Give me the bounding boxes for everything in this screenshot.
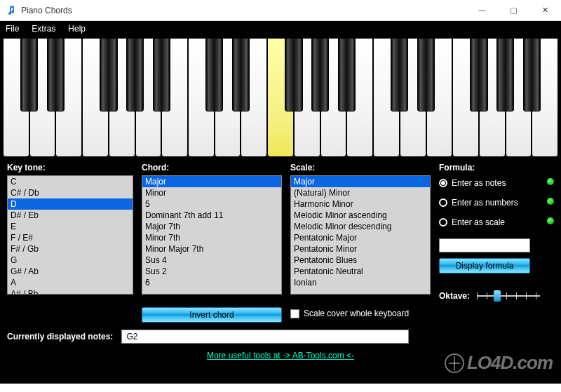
checkbox-icon bbox=[290, 309, 299, 318]
list-item[interactable]: E bbox=[8, 221, 133, 232]
formula-radio-notes[interactable]: Enter as notes bbox=[439, 178, 554, 188]
formula-label: Formula: bbox=[439, 163, 554, 173]
displayed-notes-row: Currently displayed notes: bbox=[0, 323, 561, 344]
list-item[interactable]: Harmonic Minor bbox=[291, 198, 430, 210]
radio-label-numbers: Enter as numbers bbox=[452, 198, 518, 208]
oktave-row: Oktave: bbox=[439, 289, 554, 303]
black-key[interactable] bbox=[285, 38, 302, 111]
formula-column: Formula: Enter as notes Enter as numbers… bbox=[439, 163, 554, 303]
list-item[interactable]: G bbox=[8, 255, 133, 266]
oktave-label: Oktave: bbox=[439, 291, 470, 301]
list-item[interactable]: F# / Gb bbox=[8, 243, 133, 255]
maximize-button[interactable]: ▢ bbox=[498, 0, 529, 21]
radio-dot-icon bbox=[439, 198, 447, 207]
status-led-icon bbox=[547, 198, 554, 205]
list-item[interactable]: 5 bbox=[142, 198, 281, 210]
list-item[interactable]: Melodic Minor descending bbox=[291, 221, 430, 232]
black-key[interactable] bbox=[417, 38, 435, 111]
menu-extras[interactable]: Extras bbox=[32, 24, 55, 34]
list-item[interactable]: Minor 7th bbox=[142, 232, 281, 243]
list-item[interactable]: Minor bbox=[142, 187, 281, 198]
list-item[interactable]: Dominant 7th add 11 bbox=[142, 210, 281, 221]
list-item[interactable]: Minor Major 7th bbox=[142, 243, 281, 255]
controls-panel: Key tone: CC# / DbDD# / EbEF / E#F# / Gb… bbox=[0, 157, 561, 303]
radio-label-notes: Enter as notes bbox=[452, 178, 506, 188]
list-item[interactable]: D# / Eb bbox=[8, 210, 133, 221]
list-item[interactable]: 6 bbox=[142, 277, 281, 288]
chord-listbox[interactable]: MajorMinor5Dominant 7th add 11Major 7thM… bbox=[142, 175, 282, 295]
status-led-icon bbox=[547, 217, 554, 224]
black-key[interactable] bbox=[205, 38, 223, 111]
piano-keyboard bbox=[0, 38, 561, 157]
list-item[interactable]: Pentatonic Blues bbox=[291, 255, 430, 266]
black-key[interactable] bbox=[391, 38, 408, 111]
chord-label: Chord: bbox=[142, 163, 282, 173]
list-item[interactable]: Major 7th bbox=[142, 221, 281, 232]
minimize-button[interactable]: — bbox=[466, 0, 498, 21]
black-key[interactable] bbox=[470, 38, 487, 111]
black-key[interactable] bbox=[311, 38, 329, 111]
black-key[interactable] bbox=[338, 38, 356, 111]
window-title: Piano Chords bbox=[21, 6, 72, 15]
list-item[interactable]: Major bbox=[291, 176, 430, 187]
list-item[interactable]: G# / Ab bbox=[8, 266, 133, 277]
below-lists-row: Invert chord Scale cover whole keyboard bbox=[0, 303, 561, 323]
scale-column: Scale: Major(Natural) MinorHarmonic Mino… bbox=[290, 163, 431, 303]
list-item[interactable]: C# / Db bbox=[8, 187, 133, 198]
chord-column: Chord: MajorMinor5Dominant 7th add 11Maj… bbox=[142, 163, 282, 303]
list-item[interactable]: D bbox=[8, 198, 133, 210]
formula-radio-numbers[interactable]: Enter as numbers bbox=[439, 198, 554, 208]
scale-cover-label: Scale cover whole keyboard bbox=[304, 309, 409, 318]
list-item[interactable]: A bbox=[8, 277, 133, 288]
radio-dot-icon bbox=[439, 179, 447, 187]
oktave-slider[interactable] bbox=[477, 289, 540, 303]
black-key[interactable] bbox=[20, 38, 38, 111]
footer-link-row: More useful tools at -> AB-Tools.com <- bbox=[0, 344, 561, 360]
list-item[interactable]: Ionian bbox=[291, 277, 430, 288]
black-key[interactable] bbox=[496, 38, 514, 111]
list-item[interactable]: C bbox=[8, 176, 133, 187]
key-tone-listbox[interactable]: CC# / DbDD# / EbEF / E#F# / GbGG# / AbAA… bbox=[7, 175, 133, 295]
black-key[interactable] bbox=[523, 38, 541, 111]
black-key[interactable] bbox=[153, 38, 170, 111]
menubar: File Extras Help bbox=[0, 21, 561, 38]
display-formula-button[interactable]: Display formula bbox=[439, 258, 530, 273]
scale-cover-checkbox-row[interactable]: Scale cover whole keyboard bbox=[290, 309, 431, 318]
black-key[interactable] bbox=[232, 38, 250, 111]
menu-help[interactable]: Help bbox=[68, 24, 86, 34]
key-tone-column: Key tone: CC# / DbDD# / EbEF / E#F# / Gb… bbox=[7, 163, 133, 303]
list-item[interactable]: F / E# bbox=[8, 232, 133, 243]
list-item[interactable]: Pentatonic Neutral bbox=[291, 266, 430, 277]
list-item[interactable]: Sus 2 bbox=[142, 266, 281, 277]
list-item[interactable]: A# / Bb bbox=[8, 288, 133, 295]
displayed-notes-input[interactable] bbox=[121, 330, 409, 344]
menu-file[interactable]: File bbox=[6, 24, 19, 34]
titlebar: Piano Chords — ▢ ✕ bbox=[0, 0, 561, 21]
radio-label-scale: Enter as scale bbox=[452, 217, 505, 227]
key-tone-label: Key tone: bbox=[7, 163, 133, 173]
scale-listbox[interactable]: Major(Natural) MinorHarmonic MinorMelodi… bbox=[290, 175, 431, 295]
status-led-icon bbox=[547, 178, 554, 185]
scale-label: Scale: bbox=[290, 163, 431, 173]
keyboard-keys bbox=[3, 38, 558, 157]
displayed-notes-label: Currently displayed notes: bbox=[7, 332, 113, 342]
radio-dot-icon bbox=[439, 218, 447, 227]
app-icon bbox=[6, 5, 17, 16]
black-key[interactable] bbox=[126, 38, 144, 111]
list-item[interactable]: Major bbox=[142, 176, 281, 187]
formula-radio-scale[interactable]: Enter as scale bbox=[439, 217, 554, 227]
window-controls: — ▢ ✕ bbox=[466, 0, 561, 21]
close-button[interactable]: ✕ bbox=[529, 0, 561, 21]
app-body: File Extras Help Key tone: CC# / DbDD# /… bbox=[0, 21, 561, 384]
black-key[interactable] bbox=[47, 38, 65, 111]
list-item[interactable]: Melodic Minor ascending bbox=[291, 210, 430, 221]
list-item[interactable]: Pentatonic Major bbox=[291, 232, 430, 243]
footer-link[interactable]: More useful tools at -> AB-Tools.com <- bbox=[207, 351, 354, 360]
list-item[interactable]: Sus 4 bbox=[142, 255, 281, 266]
black-key[interactable] bbox=[100, 38, 117, 111]
slider-thumb-icon bbox=[494, 290, 501, 302]
list-item[interactable]: (Natural) Minor bbox=[291, 187, 430, 198]
invert-chord-button[interactable]: Invert chord bbox=[142, 307, 282, 323]
list-item[interactable]: Pentatonic Minor bbox=[291, 243, 430, 255]
formula-input[interactable] bbox=[439, 238, 530, 252]
